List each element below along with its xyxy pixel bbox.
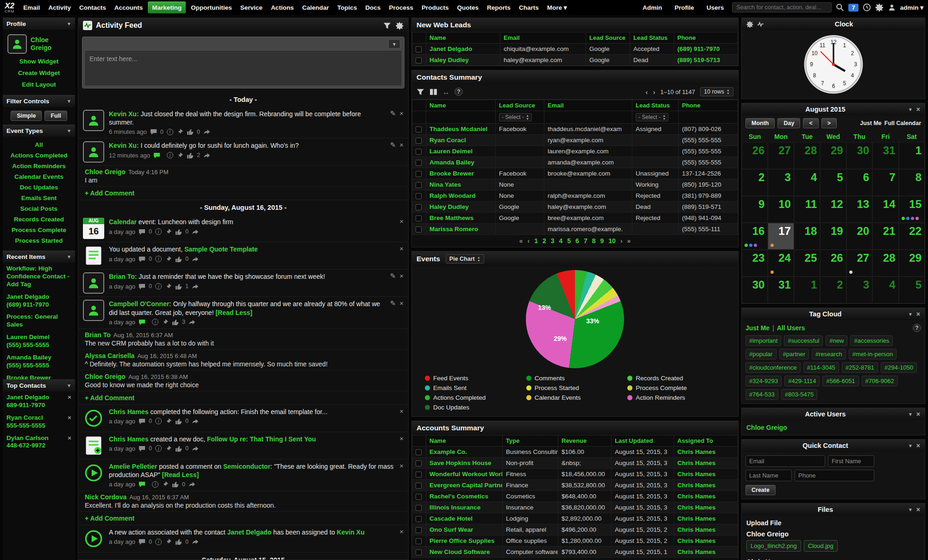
lead-status-filter[interactable]: - Select -▲▼ [636, 113, 669, 121]
filter-mode-button[interactable]: Full [44, 111, 67, 121]
calendar-day[interactable]: 30 [742, 277, 768, 303]
contact-name[interactable]: Amanda Bailey [429, 159, 474, 166]
calendar-day[interactable]: 5 [899, 277, 925, 303]
feed-author[interactable]: Calendar [109, 218, 137, 226]
account-name[interactable]: New Cloud Software [429, 548, 490, 555]
row-checkbox[interactable] [416, 57, 422, 63]
file-chip[interactable]: Cloud.jpg [804, 540, 838, 552]
help-icon[interactable]: ? [913, 324, 921, 332]
nav-item[interactable]: Email [19, 0, 44, 15]
comment-icon[interactable] [139, 481, 145, 488]
row-checkbox[interactable] [416, 549, 422, 555]
nav-item[interactable]: Charts [515, 0, 543, 15]
feed-link[interactable]: Kevin Xu [337, 529, 365, 536]
full-calendar-link[interactable]: Full Calendar [884, 120, 921, 126]
contact-row[interactable]: Haley Dudley Google haley@example.com De… [412, 201, 738, 213]
tag[interactable]: #429-1114 [784, 376, 820, 386]
col-lead-status[interactable]: Lead Status [632, 100, 679, 111]
search-input[interactable] [732, 2, 832, 13]
calendar-day[interactable]: 4 [794, 169, 820, 196]
gear-icon[interactable] [746, 21, 753, 28]
pin-icon[interactable] [177, 152, 183, 159]
row-checkbox[interactable] [416, 193, 422, 199]
row-checkbox[interactable] [416, 494, 422, 500]
profile-action-link[interactable]: Create Widget [5, 67, 73, 79]
info-icon[interactable]: i [152, 481, 158, 488]
add-comment-link[interactable]: + Add Comment [78, 512, 408, 525]
account-row[interactable]: New Cloud Software Computer software $79… [412, 547, 738, 558]
comment-icon[interactable] [139, 445, 145, 452]
comment-icon[interactable] [153, 152, 160, 159]
account-name[interactable]: Pierre Office Supplies [429, 537, 494, 544]
page-prev[interactable]: ‹ [527, 237, 530, 245]
remove-contact-icon[interactable]: × [68, 414, 71, 422]
nav-item-profile[interactable]: Profile [670, 4, 698, 11]
calendar-day[interactable]: 6 [846, 169, 872, 196]
calendar-day[interactable]: 9 [742, 196, 768, 223]
event-type-filter[interactable]: Emails Sent [5, 193, 73, 203]
contact-name[interactable]: Haley Dudley [429, 203, 469, 210]
account-name[interactable]: Save Hopkins House [429, 459, 492, 466]
event-types-header[interactable]: Event Types▼ [3, 125, 75, 137]
nav-item[interactable]: Marketing [148, 1, 186, 13]
tag[interactable]: #252-8781 [842, 362, 878, 373]
info-icon[interactable]: i [155, 228, 162, 235]
filter-funnel-icon[interactable] [417, 88, 424, 96]
col-phone[interactable]: Phone [674, 32, 738, 44]
feed-link[interactable]: Janet Delgado [227, 529, 271, 536]
account-name[interactable]: Ono Surf Wear [429, 526, 473, 533]
like-icon[interactable] [172, 319, 179, 326]
contact-row[interactable]: Ryan Coracl ryan@example.com (555) 555-5… [412, 135, 738, 146]
share-icon[interactable] [189, 319, 196, 326]
assigned-user[interactable]: Chris Hames [677, 493, 716, 500]
chevron-down-icon[interactable]: ▼ [908, 107, 913, 112]
col-type[interactable]: Type [503, 435, 558, 447]
event-type-filter[interactable]: Doc Updates [5, 182, 73, 193]
tag[interactable]: #764-533 [745, 389, 778, 400]
recent-item[interactable]: Process: General Sales [3, 311, 75, 331]
remove-contact-icon[interactable]: × [68, 394, 71, 402]
feed-author[interactable]: Chris Hames [109, 435, 149, 443]
calendar-day[interactable]: 28 [794, 142, 820, 169]
calendar-day[interactable]: 16 [742, 223, 768, 250]
col-name[interactable]: Name [426, 435, 503, 447]
row-checkbox[interactable] [416, 472, 422, 478]
add-comment-link[interactable]: + Add Comment [78, 391, 408, 405]
col-email[interactable]: Email [544, 100, 632, 111]
like-icon[interactable] [175, 445, 182, 452]
row-checkbox[interactable] [416, 538, 422, 544]
columns-icon[interactable] [429, 88, 437, 96]
page-number[interactable]: 5 [567, 237, 571, 245]
account-row[interactable]: Pierre Office Supplies Office supplies $… [412, 535, 738, 547]
event-type-filter[interactable]: Social Posts [5, 203, 73, 214]
assigned-user[interactable]: Chris Hames [677, 459, 716, 466]
top-contact[interactable]: Ryan Coracl555-555-5555 × [3, 412, 75, 432]
page-next[interactable]: › [620, 237, 623, 245]
feed-author[interactable]: Chris Hames [109, 408, 149, 415]
calendar-day[interactable]: 26 [820, 250, 846, 277]
contact-row[interactable]: Bree Matthews Google bree@example.com Re… [412, 213, 738, 224]
page-last[interactable]: » [627, 237, 631, 245]
calendar-day[interactable]: 1 [899, 142, 925, 169]
contact-row[interactable]: Brooke Brewer Facebook brooke@example.co… [412, 168, 738, 179]
contact-name[interactable]: Nina Yates [429, 181, 461, 188]
account-row[interactable]: Wonderful Workout World Fitness $18,456,… [412, 469, 738, 480]
delete-icon[interactable]: × [399, 528, 404, 535]
like-icon[interactable] [175, 256, 182, 263]
contact-row[interactable]: Thaddeus Mcdaniel Facebook thaddeus.mcda… [412, 124, 738, 135]
account-row[interactable]: Rachel's Cosmetics Cosmetics $648,400.00… [412, 491, 738, 502]
col-assigned-to[interactable]: Assigned To [674, 435, 738, 447]
tag[interactable]: #successful [784, 335, 823, 346]
calendar-day[interactable]: 2 [742, 169, 768, 196]
tag[interactable]: #324-9293 [745, 376, 782, 386]
info-icon[interactable]: i [167, 152, 173, 158]
comment-icon[interactable] [139, 228, 145, 235]
calendar-day[interactable]: 27 [846, 250, 872, 277]
recent-items-header[interactable]: Recent Items▼ [3, 251, 75, 263]
comment-icon[interactable] [139, 319, 145, 326]
nav-item[interactable]: Calendar [298, 0, 333, 15]
contact-name[interactable]: Ralph Woodard [429, 192, 476, 199]
info-icon[interactable]: i [155, 418, 162, 424]
edit-icon[interactable]: ✎ [390, 141, 396, 148]
row-checkbox[interactable] [416, 460, 422, 466]
